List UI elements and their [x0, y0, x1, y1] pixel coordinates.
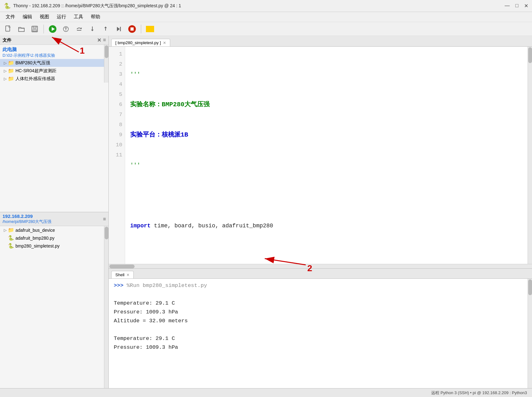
- remote-panel-icons: ≡: [103, 216, 106, 222]
- tree-label: bmp280_simpletest.py: [15, 243, 60, 248]
- tree-item-pir[interactable]: ▷ 📁 人体红外感应传感器: [0, 75, 104, 83]
- close-button[interactable]: ✕: [524, 3, 528, 9]
- open-button[interactable]: [16, 23, 27, 35]
- editor-tabs: [ bmp280_simpletest.py ] ✕: [109, 36, 532, 47]
- file-section-pc: 此电脑 D:\02-示例程序\2.传感器实验: [0, 45, 104, 59]
- toolbar-sep2: [141, 25, 141, 33]
- tree-label: adafruit_bmp280.py: [15, 236, 55, 241]
- step-over-button[interactable]: [73, 23, 85, 35]
- menu-help[interactable]: 帮助: [88, 13, 103, 20]
- editor-scrollbar-h[interactable]: [109, 264, 532, 268]
- close-files-icon[interactable]: ✕: [97, 37, 101, 43]
- shell-content[interactable]: >>> %Run bmp280_simpletest.py Temperatur…: [109, 279, 528, 388]
- step-out-button[interactable]: [100, 23, 111, 35]
- code-line-1: ''': [130, 69, 523, 79]
- shell-tab-label: Shell: [115, 272, 124, 277]
- titlebar-controls[interactable]: — □ ✕: [505, 3, 528, 9]
- menu-file[interactable]: 文件: [3, 13, 18, 20]
- tree-item-hcsr04[interactable]: ▷ 📁 HC-SR04超声波测距: [0, 67, 104, 75]
- svg-rect-18: [130, 27, 134, 31]
- main-layout: 文件 ✕ ≡ 此电脑 D:\02-示例程序\2.传感器实验: [0, 36, 532, 388]
- new-button[interactable]: [3, 23, 14, 35]
- tree-item-bmp280-simpletest[interactable]: ▷ 🐍 bmp280_simpletest.py: [0, 242, 104, 250]
- svg-point-8: [66, 28, 66, 29]
- editor-scrollbar-v[interactable]: [528, 47, 532, 264]
- code-line-2: 实验名称：BMP280大气压强: [130, 100, 523, 110]
- shell-output-temp1: Temperature: 29.1 C: [114, 299, 523, 308]
- tree-item-adafruit-bmp280[interactable]: ▷ 🐍 adafruit_bmp280.py: [0, 234, 104, 242]
- debug-button[interactable]: [60, 23, 72, 35]
- file-panel-title: 文件: [3, 38, 11, 43]
- left-panel-bottom-scroll: ▷ 📁 adafruit_bus_device ▷ 🐍 adafruit_bmp…: [0, 226, 108, 388]
- expand-icon: ▷: [4, 61, 7, 65]
- editor-tab-bmp280[interactable]: [ bmp280_simpletest.py ] ✕: [111, 39, 170, 46]
- folder-icon: 📁: [8, 68, 14, 74]
- svg-marker-14: [104, 26, 107, 28]
- scrollbar-v-top[interactable]: [104, 45, 108, 83]
- save-button[interactable]: [29, 23, 40, 35]
- python-file-icon: 🐍: [8, 235, 14, 241]
- status-text: 远程 Python 3 (SSH) • pi @ 192.168.2.209 :…: [431, 390, 527, 396]
- left-panel-top-scroll: 此电脑 D:\02-示例程序\2.传感器实验 ▷ 📁 BMP280大气压强 ▷: [0, 45, 108, 212]
- expand-icon: ▷: [4, 77, 7, 81]
- pc-path: D:\02-示例程序\2.传感器实验: [3, 53, 101, 58]
- tab-close-icon[interactable]: ✕: [163, 41, 166, 45]
- tree-item-bmp280[interactable]: ▷ 📁 BMP280大气压强: [0, 59, 104, 67]
- python-file-icon: 🐍: [8, 243, 14, 249]
- minimize-button[interactable]: —: [505, 3, 510, 9]
- code-content[interactable]: ''' 实验名称：BMP280大气压强 实验平台：核桃派1B ''' impor…: [125, 47, 528, 264]
- shell-prompt: >>>: [114, 283, 124, 289]
- code-line-6: import time, board, busio, adafruit_bmp2…: [130, 221, 523, 231]
- tree-label: 人体红外感应传感器: [15, 76, 55, 82]
- right-panel: [ bmp280_simpletest.py ] ✕ 1 2 3 4 5 6 7…: [109, 36, 532, 388]
- file-panel-top-header: 文件 ✕ ≡: [0, 36, 108, 45]
- file-panel-top: 文件 ✕ ≡ 此电脑 D:\02-示例程序\2.传感器实验: [0, 36, 108, 212]
- menu-run[interactable]: 运行: [54, 13, 69, 20]
- remote-label: 192.168.2.209: [3, 213, 51, 219]
- folder-icon: 📁: [8, 60, 14, 66]
- menu-edit[interactable]: 编辑: [20, 13, 35, 20]
- editor-scrollbar-thumb[interactable]: [528, 47, 532, 63]
- code-line-4: ''': [130, 160, 523, 170]
- hamburger-icon[interactable]: ≡: [103, 37, 106, 43]
- hamburger-remote-icon[interactable]: ≡: [103, 216, 106, 222]
- toolbar-sep1: [43, 25, 44, 33]
- shell-area: Shell ✕ >>> %Run bmp280_simpletest.py Te…: [109, 268, 532, 388]
- shell-output-blank1: [114, 290, 523, 299]
- scrollbar-v-bottom[interactable]: [104, 226, 108, 388]
- editor-area: 1 2 3 4 5 6 7 8 9 10 11 ''' 实验名称：BMP280大…: [109, 47, 532, 268]
- run-button[interactable]: [47, 23, 58, 35]
- stop-button[interactable]: [126, 23, 138, 35]
- shell-scrollbar-thumb[interactable]: [528, 279, 532, 295]
- editor-scrollbar-h-thumb[interactable]: [109, 265, 135, 268]
- file-panel-icons: ✕ ≡: [97, 37, 106, 43]
- code-line-7: [130, 251, 523, 261]
- flag-button[interactable]: [144, 23, 156, 35]
- shell-output-pressure1: Pressure: 1009.3 hPa: [114, 308, 523, 317]
- svg-marker-15: [117, 27, 120, 31]
- maximize-button[interactable]: □: [515, 3, 518, 9]
- titlebar-title: Thonny - 192.168.2.209 :: /home/pi/BMP28…: [13, 3, 181, 9]
- tree-label: HC-SR04超声波测距: [15, 68, 56, 74]
- thonny-icon: 🐍: [4, 3, 11, 9]
- step-into-button[interactable]: [87, 23, 98, 35]
- shell-command-line: >>> %Run bmp280_simpletest.py: [114, 281, 523, 290]
- shell-scrollbar-v[interactable]: [528, 279, 532, 388]
- shell-command: %Run bmp280_simpletest.py: [127, 283, 207, 289]
- svg-rect-19: [146, 26, 154, 32]
- shell-tab[interactable]: Shell ✕: [111, 271, 134, 278]
- line-numbers: 1 2 3 4 5 6 7 8 9 10 11: [109, 47, 125, 264]
- remote-path: /home/pi/BMP280大气压强: [3, 219, 51, 225]
- toolbar: [0, 22, 532, 36]
- resume-button[interactable]: [113, 23, 124, 35]
- scrollbar-thumb[interactable]: [105, 45, 108, 58]
- pc-file-tree: ▷ 📁 BMP280大气压强 ▷ 📁 HC-SR04超声波测距 ▷: [0, 59, 104, 83]
- code-line-5: [130, 190, 523, 201]
- svg-rect-3: [33, 30, 37, 32]
- scrollbar-thumb-bottom[interactable]: [105, 227, 108, 239]
- menu-view[interactable]: 视图: [37, 13, 52, 20]
- menu-tools[interactable]: 工具: [71, 13, 86, 20]
- tree-item-adafruit-bus[interactable]: ▷ 📁 adafruit_bus_device: [0, 226, 104, 234]
- shell-tabs: Shell ✕: [109, 269, 532, 279]
- shell-tab-close[interactable]: ✕: [126, 273, 130, 277]
